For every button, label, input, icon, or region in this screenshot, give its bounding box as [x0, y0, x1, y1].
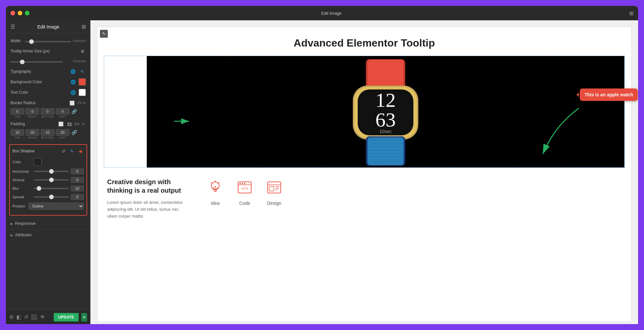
padding-inputs: 🔗 — [10, 129, 86, 136]
blur-input[interactable] — [71, 185, 84, 191]
box-shadow-label: Box Shadow — [12, 149, 34, 153]
position-select[interactable]: Outline Inset — [28, 203, 84, 210]
idea-icon — [205, 178, 225, 197]
border-left-input[interactable] — [56, 108, 69, 115]
code-feature: </> Code — [235, 178, 255, 206]
sidebar-content: Width Tooltip Arrow Size (px) 🖥 — [6, 33, 90, 142]
shadow-color-row: Color — [12, 158, 84, 166]
shadow-blur-label: Blur — [12, 186, 34, 190]
close-button[interactable] — [10, 11, 15, 15]
border-radius-labels: TOP RIGHT BOTTOM LEFT — [10, 115, 86, 119]
tooltip-arrow-input[interactable] — [73, 60, 86, 62]
history-icon[interactable]: ↺ — [24, 314, 28, 320]
padding-top-label: TOP — [10, 136, 24, 139]
padding-right-label: RIGHT — [26, 136, 39, 139]
code-icon: </> — [235, 178, 255, 197]
attributes-arrow: ▶ — [10, 233, 13, 237]
responsive-arrow: ▶ — [10, 222, 13, 225]
box-shadow-section: Box Shadow ↺ ✎ ◀ Color Horizontal — [9, 144, 87, 216]
padding-row: Padding ⬜ PX EM % — [10, 119, 86, 129]
shadow-blur-row: Blur — [12, 185, 84, 191]
border-right-input[interactable] — [26, 108, 39, 115]
svg-line-22 — [218, 182, 219, 183]
svg-point-30 — [244, 183, 245, 184]
tooltip-arrow-slider-row — [10, 56, 86, 66]
settings-icon[interactable]: ⚙ — [9, 314, 14, 320]
vertical-input[interactable] — [71, 177, 84, 183]
tooltip-arrow-slider[interactable] — [10, 61, 63, 63]
shadow-horizontal-row: Horizontal — [12, 168, 84, 174]
svg-point-29 — [242, 183, 243, 184]
maximize-button[interactable] — [25, 11, 29, 15]
reset-box-shadow-icon[interactable]: ↺ — [60, 147, 67, 155]
design-feature: Design — [264, 178, 284, 206]
canvas-area: ✎ Advanced Elementor Tooltip — [90, 20, 638, 324]
idea-label: Idea — [211, 201, 219, 206]
responsive-icon[interactable]: ⬛ — [31, 314, 37, 320]
padding-top-input[interactable] — [10, 129, 24, 136]
border-bottom-input[interactable] — [41, 108, 54, 115]
design-label: Design — [267, 201, 281, 206]
shadow-position-row: Position Outline Inset — [12, 203, 84, 210]
px-toggle[interactable]: PX — [66, 122, 73, 126]
update-button[interactable]: UPDATE — [54, 313, 79, 321]
box-shadow-header: Box Shadow ↺ ✎ ◀ — [12, 147, 84, 155]
shadow-color-swatch[interactable] — [34, 158, 42, 166]
border-radius-inputs: 🔗 — [10, 108, 86, 115]
bottom-label: BOTTOM — [41, 115, 54, 118]
attributes-label: Attributes — [15, 233, 32, 237]
horizontal-input[interactable] — [71, 168, 84, 174]
blur-slider[interactable] — [34, 188, 69, 189]
background-color-row: Background Color 🌐 — [10, 77, 86, 87]
padding-right-input[interactable] — [26, 129, 39, 136]
layers-icon[interactable]: ◧ — [16, 314, 21, 320]
title-bar-center: Edit Image — [33, 11, 629, 16]
minimize-button[interactable] — [18, 11, 22, 15]
padding-link-icon[interactable]: 🔗 — [71, 129, 77, 136]
width-input[interactable] — [73, 40, 86, 42]
sidebar-bottom-toolbar: ⚙ ◧ ↺ ⬛ 👁 UPDATE ▾ — [6, 310, 90, 324]
text-color-swatch[interactable] — [79, 89, 86, 96]
spread-input[interactable] — [71, 194, 84, 200]
percent-toggle[interactable]: % — [81, 122, 86, 126]
shadow-spread-label: Spread — [12, 195, 34, 199]
width-label: Width — [10, 39, 25, 43]
globe-bg-icon[interactable]: 🌐 — [69, 78, 77, 86]
spread-slider[interactable] — [34, 196, 69, 198]
svg-rect-34 — [269, 186, 274, 191]
hamburger-icon[interactable]: ☰ — [10, 24, 15, 30]
canvas-edit-icon[interactable]: ✎ — [100, 30, 108, 38]
width-row: Width — [10, 36, 86, 46]
globe-text-icon[interactable]: 🌐 — [69, 89, 77, 96]
em-toggle[interactable]: EM — [73, 122, 80, 126]
eye-icon[interactable]: 👁 — [40, 314, 45, 320]
attributes-accordion[interactable]: ▶ Attributes — [6, 229, 90, 241]
update-dropdown[interactable]: ▾ — [81, 313, 87, 321]
vertical-slider[interactable] — [34, 179, 69, 181]
padding-label: Padding — [10, 122, 57, 126]
title-bar: Edit Image ⊞ — [6, 6, 638, 20]
padding-icon: ⬜ — [57, 120, 65, 127]
padding-bottom-input[interactable] — [41, 129, 54, 136]
background-color-swatch[interactable] — [79, 78, 86, 86]
edit-box-shadow-icon[interactable]: ✎ — [68, 147, 75, 155]
link-icon[interactable]: 🔗 — [71, 108, 77, 115]
canvas-header: Advanced Elementor Tooltip — [97, 27, 631, 56]
width-slider[interactable] — [25, 41, 71, 42]
collapse-box-shadow-icon[interactable]: ◀ — [77, 147, 84, 155]
svg-rect-9 — [368, 137, 404, 165]
svg-text:63: 63 — [375, 108, 396, 131]
sidebar: ☰ Edit Image ⊞ Width Toolti — [6, 20, 90, 324]
horizontal-slider[interactable] — [34, 171, 69, 172]
sidebar-grid-icon[interactable]: ⊞ — [82, 24, 86, 30]
monitor-icon: 🖥 — [79, 48, 86, 55]
responsive-accordion[interactable]: ▶ Responsive — [6, 218, 90, 229]
svg-rect-1 — [368, 59, 404, 89]
globe-icon[interactable]: 🌐 — [69, 68, 77, 75]
edit-typography-icon[interactable]: ✎ — [79, 68, 86, 75]
lightbulb-svg — [207, 179, 223, 196]
grid-icon[interactable]: ⊞ — [629, 10, 634, 16]
padding-left-input[interactable] — [56, 129, 69, 136]
tooltip-arrow-size-row: Tooltip Arrow Size (px) 🖥 — [10, 46, 86, 56]
border-top-input[interactable] — [10, 108, 24, 115]
